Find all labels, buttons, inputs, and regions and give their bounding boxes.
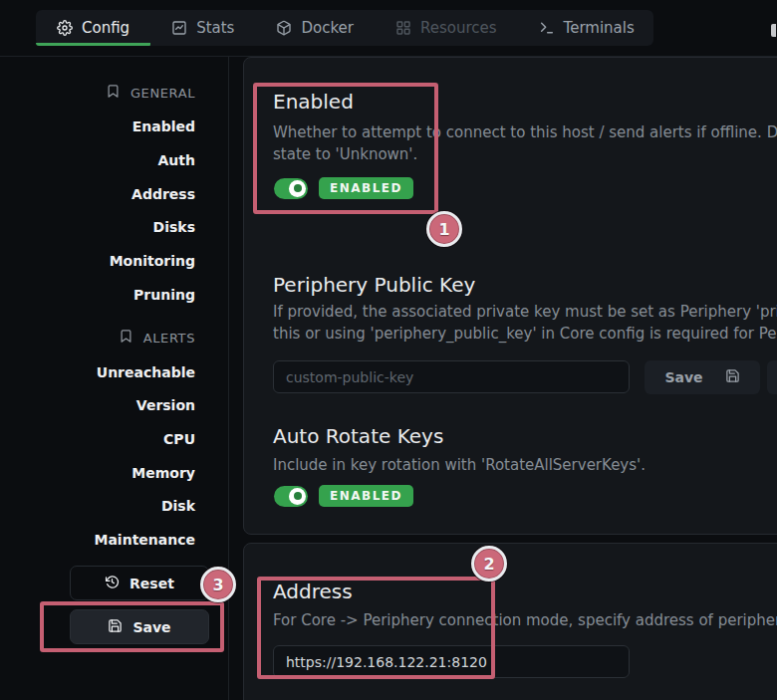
reset-button-label: Reset xyxy=(130,576,174,591)
reset-history-icon xyxy=(105,575,120,592)
sidebar-section-alerts: ALERTS xyxy=(119,329,195,347)
docker-box-icon xyxy=(276,20,292,36)
sidebar-item-pruning[interactable]: Pruning xyxy=(133,287,195,303)
sidebar-item-maintenance[interactable]: Maintenance xyxy=(94,532,195,548)
auto-rotate-section-title: Auto Rotate Keys xyxy=(273,424,443,448)
sidebar-item-address[interactable]: Address xyxy=(131,186,195,202)
clipped-secondary-button[interactable] xyxy=(767,360,777,394)
tab-terminals[interactable]: Terminals xyxy=(518,10,655,46)
auto-rotate-toggle-row: ENABLED xyxy=(274,485,413,507)
enabled-section-title: Enabled xyxy=(273,90,354,114)
sidebar-item-cpu[interactable]: CPU xyxy=(163,431,195,447)
bookmark-icon xyxy=(119,329,133,347)
tab-label: Docker xyxy=(301,19,354,37)
description-line: state to 'Unknown'. xyxy=(273,143,777,165)
address-config-card: Address For Core -> Periphery connection… xyxy=(243,543,777,700)
periphery-public-key-input[interactable] xyxy=(273,360,630,393)
sidebar-item-disk[interactable]: Disk xyxy=(161,498,195,514)
sidebar-item-version[interactable]: Version xyxy=(136,397,195,413)
enabled-status-badge: ENABLED xyxy=(319,177,413,199)
description-line: If provided, the associated private key … xyxy=(273,301,777,323)
sidebar-divider xyxy=(228,57,229,700)
address-input[interactable] xyxy=(273,645,630,678)
general-config-card: Enabled Whether to attempt to connect to… xyxy=(243,57,777,535)
tab-label: Stats xyxy=(196,19,234,37)
address-section-description: For Core -> Periphery connection mode, s… xyxy=(273,609,777,631)
sidebar-item-unreachable[interactable]: Unreachable xyxy=(97,364,195,380)
sidebar-item-disks[interactable]: Disks xyxy=(153,219,195,235)
enabled-toggle[interactable] xyxy=(274,178,308,199)
clipped-right-icon xyxy=(771,24,776,37)
auto-rotate-section-description: Include in key rotation with 'RotateAllS… xyxy=(273,454,646,476)
section-label: GENERAL xyxy=(130,86,195,101)
sidebar-section-general: GENERAL xyxy=(106,84,195,102)
tab-docker[interactable]: Docker xyxy=(255,10,375,46)
bookmark-icon xyxy=(106,84,121,102)
enabled-section-description: Whether to attempt to connect to this ho… xyxy=(273,121,777,165)
save-button-label: Save xyxy=(664,369,702,385)
grid-icon xyxy=(395,20,411,36)
terminal-icon xyxy=(539,20,555,36)
tab-label: Resources xyxy=(420,19,497,37)
save-floppy-icon xyxy=(108,618,123,636)
periphery-key-save-button[interactable]: Save xyxy=(645,360,760,394)
description-line: this or using 'periphery_public_key' in … xyxy=(273,323,777,345)
description-line: Whether to attempt to connect to this ho… xyxy=(273,121,777,143)
sidebar-save-button[interactable]: Save xyxy=(70,609,209,644)
sidebar-item-memory[interactable]: Memory xyxy=(131,465,195,481)
save-floppy-icon xyxy=(725,368,740,386)
periphery-key-section-description: If provided, the associated private key … xyxy=(273,301,777,345)
sidebar-item-auth[interactable]: Auth xyxy=(158,152,195,168)
auto-rotate-toggle[interactable] xyxy=(274,486,308,507)
tab-resources[interactable]: Resources xyxy=(375,10,518,46)
tab-label: Terminals xyxy=(564,19,635,37)
toggle-knob xyxy=(289,180,306,197)
toggle-knob xyxy=(289,488,306,505)
section-label: ALERTS xyxy=(143,331,195,346)
address-section-title: Address xyxy=(273,580,353,603)
auto-rotate-status-badge: ENABLED xyxy=(319,485,413,507)
save-button-label: Save xyxy=(132,619,170,635)
reset-button[interactable]: Reset xyxy=(70,566,209,600)
sidebar-item-monitoring[interactable]: Monitoring xyxy=(110,253,195,269)
periphery-key-section-title: Periphery Public Key xyxy=(273,273,475,297)
enabled-toggle-row: ENABLED xyxy=(274,177,413,199)
sidebar-item-enabled[interactable]: Enabled xyxy=(132,118,195,134)
